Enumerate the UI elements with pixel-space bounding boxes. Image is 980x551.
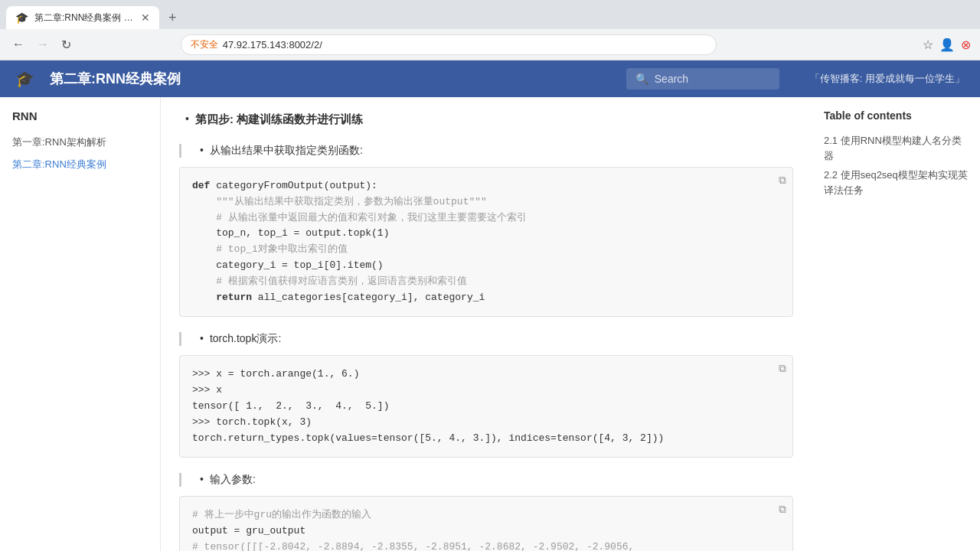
topk-section: • torch.topk演示: ⧉>>> x = torch.arange(1.… — [179, 332, 793, 458]
code2-line5: torch.return_types.topk(values=tensor([5… — [192, 432, 664, 444]
new-tab-button[interactable]: + — [162, 7, 183, 29]
code1-line5: # top_i对象中取出索引的值 — [192, 243, 348, 255]
code1-line4: top_n, top_i = output.topk(1) — [192, 227, 389, 239]
url-text: 47.92.175.143:8002/2/ — [223, 39, 707, 51]
sub-bullet3-text: 输入参数: — [210, 473, 256, 487]
sidebar-title: RNN — [12, 109, 148, 122]
sub-bullet1-block: • 从输出结果中获取指定类别函数: — [179, 144, 793, 158]
search-box[interactable]: 🔍 Search — [626, 68, 779, 90]
code1-line2: """从输出结果中获取指定类别，参数为输出张量output""" — [192, 196, 487, 207]
code1-line3: # 从输出张量中返回最大的值和索引对象，我们这里主要需要这个索引 — [192, 212, 527, 223]
tab-favicon: 🎓 — [15, 11, 28, 24]
code2-line2: >>> x — [192, 384, 222, 396]
tab-title: 第二章:RNN经典案例 - RNN — [34, 11, 135, 24]
sub-bullet3-item: • 输入参数: — [194, 473, 793, 487]
app-logo-icon: 🎓 — [15, 70, 34, 88]
bookmark-button[interactable]: ☆ — [923, 37, 933, 52]
sidebar-item-chapter2[interactable]: 第二章:RNN经典案例 — [12, 154, 148, 176]
search-icon: 🔍 — [635, 73, 648, 85]
sub-bullet2-text: torch.topk演示: — [210, 332, 281, 346]
code1-line8: return all_categories[category_i], categ… — [192, 292, 485, 303]
toc-panel: Table of contents 2.1 使用RNN模型构建人名分类器 2.2… — [812, 97, 980, 551]
step4-section: • 第四步: 构建训练函数并进行训练 • 从输出结果中获取指定类别函数: ⧉de… — [179, 112, 793, 317]
code1-line6: category_i = top_i[0].item() — [192, 259, 384, 271]
browser-actions: ☆ 👤 ⊗ — [923, 37, 971, 52]
app-title: 第二章:RNN经典案例 — [50, 70, 181, 88]
search-placeholder: Search — [655, 73, 688, 85]
sub-bullet1-item: • 从输出结果中获取指定类别函数: — [194, 144, 793, 158]
security-indicator: 不安全 — [191, 38, 218, 51]
code2-line4: >>> torch.topk(x, 3) — [192, 416, 312, 428]
main-content: • 第四步: 构建训练函数并进行训练 • 从输出结果中获取指定类别函数: ⧉de… — [161, 97, 812, 551]
menu-button[interactable]: ⊗ — [961, 37, 971, 52]
step4-heading: 第四步: 构建训练函数并进行训练 — [195, 112, 363, 127]
address-bar: ← → ↻ 不安全 47.92.175.143:8002/2/ ☆ 👤 ⊗ — [0, 29, 980, 60]
toc-item-1[interactable]: 2.1 使用RNN模型构建人名分类器 — [824, 131, 968, 165]
code-block-1: ⧉def categoryFromOutput(output): """从输出结… — [179, 167, 793, 317]
sub-bullet1-text: 从输出结果中获取指定类别函数: — [210, 144, 363, 158]
sub-bullet2-block: • torch.topk演示: — [179, 332, 793, 346]
tab-bar: 🎓 第二章:RNN经典案例 - RNN ✕ + — [0, 0, 980, 29]
code1-line1: def categoryFromOutput(output): — [192, 180, 377, 191]
sub-bullet3-block: • 输入参数: — [179, 473, 793, 487]
app-header: 🎓 第二章:RNN经典案例 🔍 Search 「传智播客: 用爱成就每一位学生」 — [0, 60, 980, 97]
code1-line7: # 根据索引值获得对应语言类别，返回语言类别和索引值 — [192, 276, 467, 287]
app-body: RNN 第一章:RNN架构解析 第二章:RNN经典案例 • 第四步: 构建训练函… — [0, 97, 980, 551]
code3-line2: output = gru_output — [192, 525, 305, 536]
toc-title: Table of contents — [824, 109, 968, 122]
bullet-marker-2: • — [200, 144, 204, 156]
forward-button[interactable]: → — [34, 34, 52, 54]
app-slogan: 「传智播客: 用爱成就每一位学生」 — [810, 72, 965, 86]
back-button[interactable]: ← — [9, 34, 28, 54]
browser-chrome: 🎓 第二章:RNN经典案例 - RNN ✕ + ← → ↻ 不安全 47.92.… — [0, 0, 980, 60]
code2-line3: tensor([ 1., 2., 3., 4., 5.]) — [192, 400, 389, 412]
step4-heading-item: • 第四步: 构建训练函数并进行训练 — [179, 112, 793, 135]
copy-button-1[interactable]: ⧉ — [779, 174, 786, 187]
copy-button-2[interactable]: ⧉ — [779, 362, 786, 375]
input-params-section: • 输入参数: ⧉# 将上一步中gru的输出作为函数的输入 output = g… — [179, 473, 793, 551]
copy-button-3[interactable]: ⧉ — [779, 503, 786, 516]
code2-line1: >>> x = torch.arange(1., 6.) — [192, 368, 359, 380]
code3-line3: # tensor([[[-2.8042, -2.8894, -2.8355, -… — [192, 541, 634, 551]
bullet-marker: • — [185, 112, 189, 125]
code-block-2: ⧉>>> x = torch.arange(1., 6.) >>> x tens… — [179, 355, 793, 458]
sub-bullet2-item: • torch.topk演示: — [194, 332, 793, 346]
reload-button[interactable]: ↻ — [58, 34, 74, 55]
code3-line1: # 将上一步中gru的输出作为函数的输入 — [192, 509, 371, 520]
sidebar-item-chapter1[interactable]: 第一章:RNN架构解析 — [12, 132, 148, 154]
active-tab[interactable]: 🎓 第二章:RNN经典案例 - RNN ✕ — [6, 6, 159, 29]
profile-button[interactable]: 👤 — [939, 37, 955, 52]
url-bar[interactable]: 不安全 47.92.175.143:8002/2/ — [181, 34, 717, 55]
bullet-marker-4: • — [200, 473, 204, 485]
tab-close-button[interactable]: ✕ — [141, 11, 150, 24]
code-block-3: ⧉# 将上一步中gru的输出作为函数的输入 output = gru_outpu… — [179, 496, 793, 551]
bullet-marker-3: • — [200, 332, 204, 344]
sidebar: RNN 第一章:RNN架构解析 第二章:RNN经典案例 — [0, 97, 161, 551]
toc-item-2[interactable]: 2.2 使用seq2seq模型架构实现英译法任务 — [824, 165, 968, 200]
